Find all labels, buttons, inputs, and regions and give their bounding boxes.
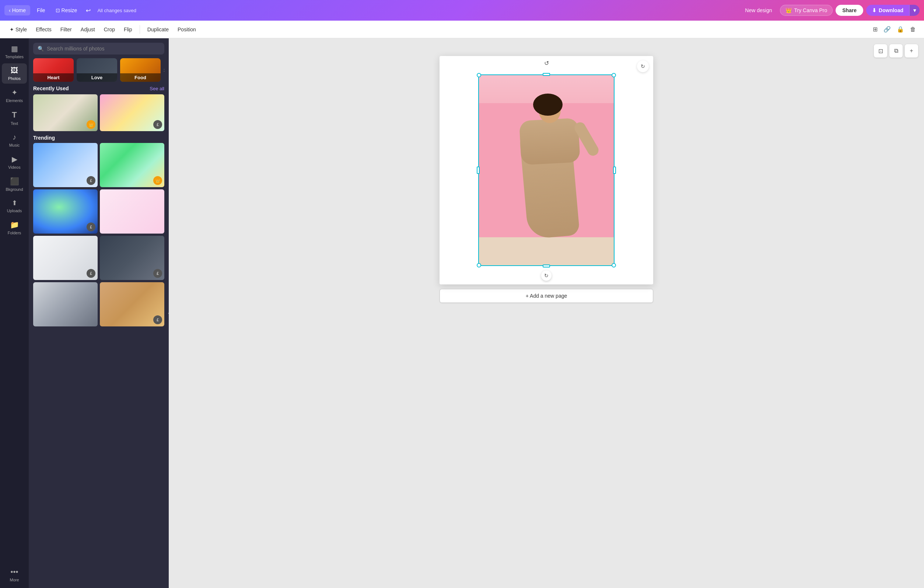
hide-panel-button[interactable]: ‹ — [164, 304, 169, 322]
file-button[interactable]: File — [33, 5, 49, 15]
crop-button[interactable]: Crop — [100, 24, 119, 35]
torso — [519, 118, 580, 165]
lock-icon-button[interactable]: 🔒 — [894, 23, 906, 35]
category-next-arrow[interactable]: › — [163, 67, 164, 73]
download-chevron-icon[interactable]: ▾ — [909, 5, 919, 16]
elements-icon: ✦ — [12, 88, 18, 97]
category-love[interactable]: Love — [77, 58, 117, 82]
trending-photo-globe[interactable]: £ — [33, 189, 97, 234]
download-button[interactable]: ⬇ Download ▾ — [866, 5, 919, 16]
hair — [533, 94, 563, 116]
resize-button[interactable]: ⊡ Resize — [52, 5, 81, 15]
pound-badge: £ — [87, 223, 96, 231]
category-row: Heart Love Food › — [33, 58, 164, 82]
pound-badge: £ — [87, 176, 96, 185]
photos-icon: 🖼 — [11, 66, 18, 75]
sidebar-item-label: More — [10, 578, 19, 582]
canvas-page[interactable]: ↻ — [439, 56, 653, 284]
canvas-top-buttons: ⊡ ⧉ + — [874, 44, 918, 58]
trending-grid-4: £ — [33, 282, 164, 326]
search-input[interactable] — [47, 46, 160, 51]
sidebar-item-label: Elements — [6, 98, 23, 103]
woman-silhouette — [516, 97, 583, 237]
resize-icon: ⊡ — [56, 7, 60, 13]
sidebar-item-uploads[interactable]: ⬆ Uploads — [2, 196, 27, 216]
see-all-button[interactable]: See all — [150, 86, 164, 91]
duplicate-button[interactable]: Duplicate — [144, 24, 172, 35]
category-heart[interactable]: Heart — [33, 58, 74, 82]
sidebar-item-videos[interactable]: ▶ Videos — [2, 152, 27, 172]
uploads-icon: ⬆ — [12, 199, 17, 207]
category-food[interactable]: Food — [120, 58, 161, 82]
trending-photo-blinds[interactable] — [33, 282, 97, 326]
delete-icon-button[interactable]: 🗑 — [908, 24, 918, 35]
undo-button[interactable]: ↩ — [84, 5, 93, 16]
recently-used-title: Recently Used — [33, 86, 69, 91]
home-button[interactable]: ‹ Home — [5, 5, 30, 15]
trending-photo-kitchen[interactable]: £ — [33, 236, 97, 280]
sidebar-item-text[interactable]: T Text — [2, 107, 27, 129]
sidebar-item-label: Uploads — [7, 208, 22, 213]
canvas-wrapper: ↻ — [439, 56, 653, 312]
trending-grid-2: £ — [33, 189, 164, 234]
canvas-add-button[interactable]: + — [905, 44, 918, 58]
canvas-copy-button[interactable]: ⧉ — [889, 44, 903, 58]
trending-photo-apron[interactable]: £ — [100, 282, 164, 326]
try-pro-button[interactable]: 👑 Try Canva Pro — [780, 5, 833, 16]
trending-photo-woman-pink[interactable] — [100, 189, 164, 234]
floor — [478, 237, 614, 266]
position-button[interactable]: Position — [174, 24, 200, 35]
sidebar-item-background[interactable]: ⬛ Bkground — [2, 174, 27, 195]
file-label: File — [37, 7, 45, 13]
adjust-button[interactable]: Adjust — [77, 24, 99, 35]
search-bar: 🔍 — [33, 43, 164, 55]
style-button[interactable]: ✦ Style — [6, 24, 31, 35]
link-icon-button[interactable]: 🔗 — [881, 23, 893, 35]
search-icon: 🔍 — [38, 46, 44, 51]
sidebar-item-templates[interactable]: ▦ Templates — [2, 41, 27, 62]
save-status: All changes saved — [97, 8, 136, 13]
grid-icon-button[interactable]: ⊞ — [871, 23, 880, 35]
trending-header: Trending — [33, 135, 164, 141]
edit-toolbar: ✦ Style Effects Filter Adjust Crop Flip … — [0, 21, 924, 38]
sidebar-item-label: Photos — [8, 76, 21, 81]
trending-photo-fireplace[interactable]: £ — [100, 236, 164, 280]
flip-button[interactable]: Flip — [120, 24, 136, 35]
crown-badge: 👑 — [87, 120, 96, 129]
rotate-handle-top[interactable]: ↺ — [544, 60, 549, 67]
music-icon: ♪ — [13, 133, 16, 142]
trending-photo-friends[interactable]: 👑 — [100, 143, 164, 187]
recently-used-photo-flowers[interactable]: £ — [100, 94, 164, 131]
top-navigation: ‹ Home File ⊡ Resize ↩ All changes saved… — [0, 0, 924, 21]
trending-grid-3: £ £ — [33, 236, 164, 280]
sidebar-item-folders[interactable]: 📁 Folders — [2, 217, 27, 238]
canvas-refresh-icon[interactable]: ↻ — [637, 60, 649, 72]
sidebar-item-music[interactable]: ♪ Music — [2, 130, 27, 150]
trending-section: Trending £ 👑 £ — [33, 135, 164, 326]
recently-used-photo-palm[interactable]: 👑 — [33, 94, 97, 131]
filter-button[interactable]: Filter — [57, 24, 76, 35]
effects-button[interactable]: Effects — [32, 24, 55, 35]
text-icon: T — [12, 110, 16, 120]
sidebar-item-elements[interactable]: ✦ Elements — [2, 85, 27, 106]
pound-badge: £ — [153, 315, 162, 324]
add-page-button[interactable]: + Add a new page — [439, 289, 653, 303]
canvas-page-inner: ↺ ↻ — [439, 56, 653, 284]
share-button[interactable]: Share — [836, 5, 863, 16]
pound-badge: £ — [153, 120, 162, 129]
selected-image — [478, 74, 614, 266]
sidebar-item-label: Bkground — [5, 187, 23, 192]
sidebar-item-label: Music — [9, 143, 20, 147]
sidebar-item-photos[interactable]: 🖼 Photos — [2, 63, 27, 84]
trending-photo-man-cook[interactable]: £ — [33, 143, 97, 187]
canvas-square-button[interactable]: ⊡ — [874, 44, 887, 58]
recently-used-section: Recently Used See all 👑 £ — [33, 86, 164, 131]
sidebar-item-more[interactable]: ••• More — [2, 565, 27, 585]
rotate-handle-bottom[interactable]: ↻ — [541, 271, 551, 281]
photos-panel: 🔍 Heart Love Food › — [29, 38, 169, 588]
pound-badge: £ — [153, 269, 162, 278]
selected-image-container[interactable]: ↺ ↻ — [478, 74, 614, 266]
new-design-button[interactable]: New design — [740, 5, 777, 15]
home-label: Home — [12, 7, 26, 13]
sidebar-item-label: Videos — [8, 165, 20, 170]
